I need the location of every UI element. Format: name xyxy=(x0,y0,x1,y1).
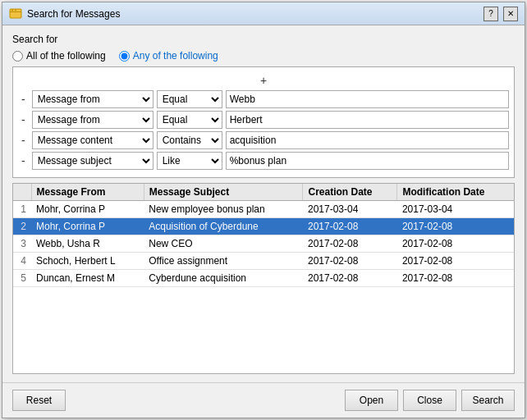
close-window-button[interactable]: ✕ xyxy=(503,7,518,21)
row-num: 3 xyxy=(13,235,31,253)
op-select-1[interactable]: Equal Contains Like xyxy=(157,90,222,108)
row-subject: Cyberdune acquisition xyxy=(144,270,303,287)
search-button[interactable]: Search xyxy=(461,390,515,411)
add-criteria-button[interactable]: + xyxy=(255,74,272,87)
table-row[interactable]: 5 Duncan, Ernest M Cyberdune acquisition… xyxy=(13,270,514,287)
row-from: Mohr, Corrina P xyxy=(31,218,144,235)
row-created: 2017-02-08 xyxy=(303,270,397,287)
radio-all-input[interactable] xyxy=(12,51,23,62)
svg-point-3 xyxy=(15,9,16,11)
remove-criteria-4-button[interactable]: - xyxy=(18,154,29,167)
title-bar-left: Search for Messages xyxy=(9,7,120,21)
help-button[interactable]: ? xyxy=(483,7,498,21)
op-select-4[interactable]: Equal Contains Like xyxy=(157,152,222,170)
field-select-1[interactable]: Message from Message content Message sub… xyxy=(32,90,154,108)
row-modified: 2017-02-08 xyxy=(397,218,514,235)
add-row: + xyxy=(18,72,509,90)
search-for-label: Search for xyxy=(12,34,515,45)
radio-any-input[interactable] xyxy=(119,51,130,62)
title-bar: Search for Messages ? ✕ xyxy=(2,2,525,25)
row-num: 4 xyxy=(13,253,31,270)
radio-any-label: Any of the following xyxy=(133,50,218,62)
dialog-title: Search for Messages xyxy=(27,8,120,20)
table-header-row: Message From Message Subject Creation Da… xyxy=(13,184,514,201)
results-box: Message From Message Subject Creation Da… xyxy=(12,183,515,374)
col-subject: Message Subject xyxy=(144,184,303,201)
row-from: Mohr, Corrina P xyxy=(31,201,144,218)
field-select-3[interactable]: Message from Message content Message sub… xyxy=(32,131,154,149)
reset-button[interactable]: Reset xyxy=(12,390,66,411)
col-num xyxy=(13,184,31,201)
row-modified: 2017-03-04 xyxy=(397,201,514,218)
row-modified: 2017-02-08 xyxy=(397,253,514,270)
table-row[interactable]: 4 Schoch, Herbert L Office assignment 20… xyxy=(13,253,514,270)
footer-right: Open Close Search xyxy=(345,390,515,411)
row-created: 2017-02-08 xyxy=(303,218,397,235)
remove-criteria-1-button[interactable]: - xyxy=(18,93,29,106)
results-table: Message From Message Subject Creation Da… xyxy=(13,184,514,287)
criteria-row-2: - Message from Message content Message s… xyxy=(18,111,509,129)
col-modified: Modification Date xyxy=(397,184,514,201)
criteria-box: + - Message from Message content Message… xyxy=(12,66,515,178)
row-from: Webb, Usha R xyxy=(31,235,144,253)
title-bar-right: ? ✕ xyxy=(483,7,518,21)
dialog-body: Search for All of the following Any of t… xyxy=(2,25,525,382)
criteria-row-4: - Message from Message content Message s… xyxy=(18,152,509,170)
criteria-row-3: - Message from Message content Message s… xyxy=(18,131,509,149)
search-dialog: Search for Messages ? ✕ Search for All o… xyxy=(2,2,525,418)
col-from: Message From xyxy=(31,184,144,201)
value-input-4[interactable] xyxy=(226,152,509,170)
row-created: 2017-03-04 xyxy=(303,201,397,218)
svg-point-2 xyxy=(11,9,13,11)
radio-all[interactable]: All of the following xyxy=(12,50,106,62)
row-modified: 2017-02-08 xyxy=(397,270,514,287)
svg-rect-1 xyxy=(10,11,21,12)
field-select-2[interactable]: Message from Message content Message sub… xyxy=(32,111,154,129)
row-modified: 2017-02-08 xyxy=(397,235,514,253)
table-row[interactable]: 2 Mohr, Corrina P Acquisition of Cyberdu… xyxy=(13,218,514,235)
row-created: 2017-02-08 xyxy=(303,253,397,270)
row-subject: Acquisition of Cyberdune xyxy=(144,218,303,235)
col-created: Creation Date xyxy=(303,184,397,201)
row-subject: New employee bonus plan xyxy=(144,201,303,218)
criteria-row-1: - Message from Message content Message s… xyxy=(18,90,509,108)
value-input-3[interactable] xyxy=(226,131,509,149)
row-subject: New CEO xyxy=(144,235,303,253)
row-num: 5 xyxy=(13,270,31,287)
remove-criteria-3-button[interactable]: - xyxy=(18,134,29,147)
table-row[interactable]: 3 Webb, Usha R New CEO 2017-02-08 2017-0… xyxy=(13,235,514,253)
row-num: 1 xyxy=(13,201,31,218)
table-row[interactable]: 1 Mohr, Corrina P New employee bonus pla… xyxy=(13,201,514,218)
close-button[interactable]: Close xyxy=(403,390,456,411)
row-created: 2017-02-08 xyxy=(303,235,397,253)
row-num: 2 xyxy=(13,218,31,235)
row-from: Schoch, Herbert L xyxy=(31,253,144,270)
field-select-4[interactable]: Message from Message content Message sub… xyxy=(32,152,154,170)
op-select-2[interactable]: Equal Contains Like xyxy=(157,111,222,129)
remove-criteria-2-button[interactable]: - xyxy=(18,113,29,126)
open-button[interactable]: Open xyxy=(345,390,398,411)
radio-all-label: All of the following xyxy=(26,50,106,62)
dialog-footer: Reset Open Close Search xyxy=(2,382,525,418)
dialog-icon xyxy=(9,7,22,21)
row-from: Duncan, Ernest M xyxy=(31,270,144,287)
radio-group: All of the following Any of the followin… xyxy=(12,50,515,62)
footer-left: Reset xyxy=(12,390,66,411)
value-input-2[interactable] xyxy=(226,111,509,129)
value-input-1[interactable] xyxy=(226,90,509,108)
row-subject: Office assignment xyxy=(144,253,303,270)
radio-any[interactable]: Any of the following xyxy=(119,50,218,62)
op-select-3[interactable]: Equal Contains Like xyxy=(157,131,222,149)
